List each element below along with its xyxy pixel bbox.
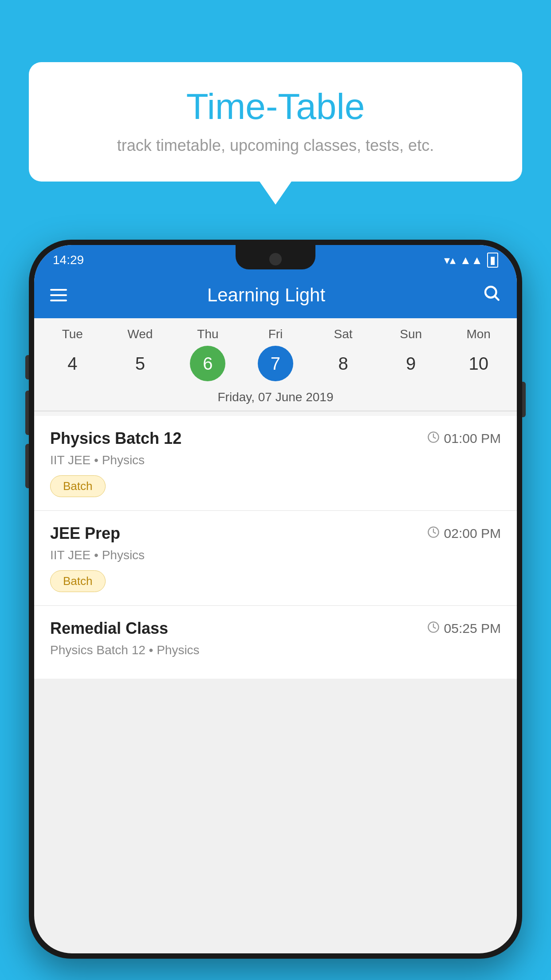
schedule-time-2: 02:00 PM: [427, 526, 501, 541]
day-4[interactable]: 4: [39, 346, 106, 381]
day-numbers-row: 4 5 6 7 8 9 10: [34, 346, 517, 381]
hamburger-line-3: [50, 300, 67, 301]
phone-wrapper: 14:29 ▾▴ ▲▲ ▮ Learning Light: [29, 240, 522, 980]
day-name-wed: Wed: [106, 327, 174, 341]
schedule-item-2-header: JEE Prep 02:00 PM: [50, 524, 501, 543]
volume-up-button: [25, 391, 29, 435]
calendar-divider: [34, 411, 517, 411]
day-name-sun: Sun: [377, 327, 445, 341]
schedule-time-3: 05:25 PM: [427, 621, 501, 636]
wifi-icon: ▾▴: [444, 253, 456, 267]
schedule-subtitle-3: Physics Batch 12 • Physics: [50, 643, 501, 657]
bubble-subtitle: track timetable, upcoming classes, tests…: [55, 136, 496, 155]
volume-down-button: [25, 444, 29, 488]
day-8[interactable]: 8: [309, 346, 377, 381]
status-time: 14:29: [53, 253, 84, 267]
svg-line-1: [495, 296, 499, 300]
phone-notch: [236, 245, 315, 269]
volume-silent-button: [25, 355, 29, 379]
day-names-row: Tue Wed Thu Fri Sat Sun Mon: [34, 327, 517, 341]
day-name-mon: Mon: [445, 327, 512, 341]
schedule-item-2[interactable]: JEE Prep 02:00 PM IIT JEE • Physics: [34, 511, 517, 606]
batch-badge-2: Batch: [50, 570, 106, 592]
hamburger-menu-button[interactable]: [50, 289, 67, 301]
schedule-time-1: 01:00 PM: [427, 431, 501, 447]
clock-icon-1: [427, 431, 440, 447]
day-6-today[interactable]: 6: [190, 346, 225, 381]
day-10[interactable]: 10: [445, 346, 512, 381]
time-label-2: 02:00 PM: [444, 526, 501, 541]
search-button[interactable]: [482, 284, 501, 306]
hamburger-line-2: [50, 294, 67, 296]
day-5[interactable]: 5: [106, 346, 174, 381]
clock-icon-2: [427, 526, 440, 541]
schedule-item-3[interactable]: Remedial Class 05:25 PM Physics Batch: [34, 606, 517, 679]
app-title: Learning Light: [80, 285, 452, 306]
phone-screen: 14:29 ▾▴ ▲▲ ▮ Learning Light: [34, 245, 517, 953]
signal-icon: ▲▲: [460, 253, 483, 267]
day-name-sat: Sat: [309, 327, 377, 341]
schedule-title-2: JEE Prep: [50, 524, 120, 543]
day-9[interactable]: 9: [377, 346, 445, 381]
schedule-item-1-header: Physics Batch 12 01:00 PM: [50, 429, 501, 448]
day-name-thu: Thu: [174, 327, 242, 341]
phone-frame: 14:29 ▾▴ ▲▲ ▮ Learning Light: [29, 240, 522, 959]
speech-bubble: Time-Table track timetable, upcoming cla…: [29, 62, 522, 182]
bubble-title: Time-Table: [55, 87, 496, 126]
schedule-subtitle-1: IIT JEE • Physics: [50, 453, 501, 467]
schedule-item-1[interactable]: Physics Batch 12 01:00 PM IIT JEE • P: [34, 416, 517, 511]
day-name-fri: Fri: [242, 327, 310, 341]
day-7-selected[interactable]: 7: [258, 346, 293, 381]
speech-bubble-container: Time-Table track timetable, upcoming cla…: [29, 62, 522, 182]
selected-date-label: Friday, 07 June 2019: [34, 387, 517, 411]
time-label-1: 01:00 PM: [444, 431, 501, 446]
schedule-subtitle-2: IIT JEE • Physics: [50, 548, 501, 562]
front-camera: [269, 253, 282, 265]
schedule-item-3-header: Remedial Class 05:25 PM: [50, 619, 501, 638]
time-label-3: 05:25 PM: [444, 621, 501, 636]
power-button: [522, 382, 526, 417]
hamburger-line-1: [50, 289, 67, 291]
batch-badge-1: Batch: [50, 475, 106, 497]
calendar-strip: Tue Wed Thu Fri Sat Sun Mon 4 5 6 7 8 9 …: [34, 318, 517, 416]
schedule-title-3: Remedial Class: [50, 619, 168, 638]
clock-icon-3: [427, 621, 440, 636]
day-name-tue: Tue: [39, 327, 106, 341]
status-icons: ▾▴ ▲▲ ▮: [444, 253, 498, 268]
schedule-list: Physics Batch 12 01:00 PM IIT JEE • P: [34, 416, 517, 679]
app-bar: Learning Light: [34, 272, 517, 318]
schedule-title-1: Physics Batch 12: [50, 429, 181, 448]
battery-icon: ▮: [487, 253, 498, 268]
